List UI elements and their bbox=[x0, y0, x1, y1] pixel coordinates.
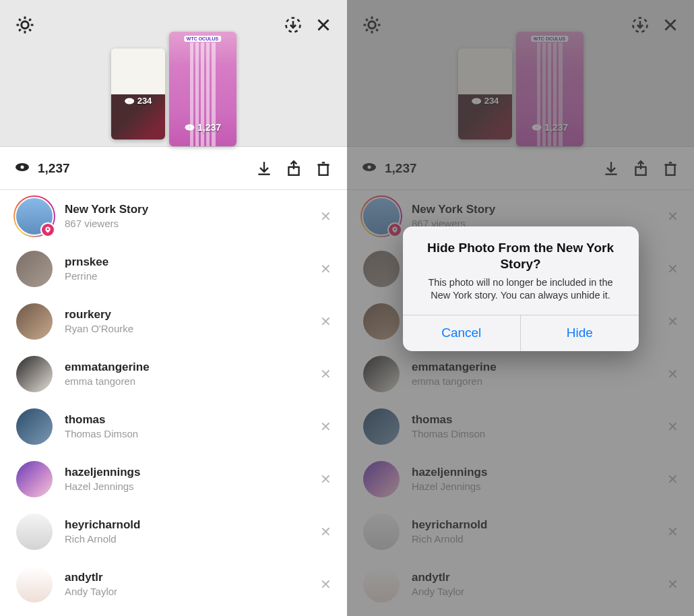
avatar bbox=[15, 355, 54, 394]
hide-viewer-button[interactable]: ✕ bbox=[319, 208, 332, 224]
save-all-button[interactable] bbox=[284, 16, 303, 34]
location-tag: WTC OCULUS bbox=[184, 36, 221, 42]
viewer-row[interactable]: prnskeePerrine✕ bbox=[0, 243, 347, 295]
delete-button[interactable] bbox=[315, 160, 332, 177]
viewer-fullname: Ryan O'Rourke bbox=[65, 323, 308, 335]
viewer-fullname: Andy Taylor bbox=[65, 586, 308, 598]
hide-viewer-button[interactable]: ✕ bbox=[319, 261, 332, 277]
viewer-username: heyricharnold bbox=[65, 518, 308, 532]
hide-viewer-button[interactable]: ✕ bbox=[319, 366, 332, 382]
viewer-fullname: Rich Arnold bbox=[65, 533, 308, 545]
viewer-username: New York Story bbox=[65, 203, 308, 216]
dialog-title: Hide Photo From the New York Story? bbox=[403, 226, 639, 275]
view-count: 1,237 bbox=[38, 161, 70, 176]
screen-hide-dialog: 234 WTC OCULUS 1,237 1,237 bbox=[347, 0, 694, 616]
viewer-username: hazeljennings bbox=[65, 466, 308, 479]
settings-button[interactable] bbox=[15, 15, 35, 35]
viewer-username: rourkery bbox=[65, 308, 308, 321]
avatar bbox=[15, 460, 54, 499]
story-thumbnails: 234 WTC OCULUS 1,237 bbox=[111, 32, 236, 146]
viewer-row[interactable]: thomasThomas Dimson✕ bbox=[0, 400, 347, 453]
viewer-fullname: emma tangoren bbox=[65, 375, 308, 388]
avatar bbox=[15, 302, 54, 341]
story-header: 234 WTC OCULUS 1,237 bbox=[0, 0, 347, 147]
viewer-username: prnskee bbox=[65, 255, 308, 269]
story-thumb-2-selected[interactable]: WTC OCULUS 1,237 bbox=[169, 32, 236, 146]
avatar bbox=[15, 197, 54, 236]
viewer-fullname: 867 viewers bbox=[65, 218, 308, 230]
download-button[interactable] bbox=[255, 160, 273, 177]
viewer-row[interactable]: New York Story867 viewers✕ bbox=[0, 190, 347, 243]
thumb-view-count: 234 bbox=[124, 96, 152, 106]
hide-viewer-button[interactable]: ✕ bbox=[319, 419, 332, 435]
hide-viewer-button[interactable]: ✕ bbox=[319, 524, 332, 540]
viewer-username: thomas bbox=[65, 413, 308, 427]
avatar bbox=[15, 565, 54, 604]
location-badge-icon bbox=[40, 222, 55, 237]
viewer-row[interactable]: rourkeryRyan O'Rourke✕ bbox=[0, 295, 347, 348]
viewer-fullname: Hazel Jennings bbox=[65, 481, 308, 493]
viewer-row[interactable]: justinaguilarJustin Aguilar✕ bbox=[0, 611, 347, 616]
viewer-username: andytlr bbox=[65, 571, 308, 584]
story-thumb-1[interactable]: 234 bbox=[111, 49, 165, 140]
hide-viewer-button[interactable]: ✕ bbox=[319, 576, 332, 592]
dialog-confirm-button[interactable]: Hide bbox=[520, 315, 639, 351]
viewer-row[interactable]: emmatangerineemma tangoren✕ bbox=[0, 348, 347, 400]
avatar bbox=[15, 249, 54, 288]
thumb-view-count: 1,237 bbox=[184, 122, 221, 133]
hide-viewer-button[interactable]: ✕ bbox=[319, 313, 332, 330]
dialog-cancel-button[interactable]: Cancel bbox=[403, 315, 521, 351]
avatar bbox=[15, 512, 54, 551]
viewer-row[interactable]: heyricharnoldRich Arnold✕ bbox=[0, 505, 347, 558]
hide-viewer-button[interactable]: ✕ bbox=[319, 471, 332, 487]
viewer-row[interactable]: andytlrAndy Taylor✕ bbox=[0, 558, 347, 611]
viewer-toolbar: 1,237 bbox=[0, 147, 347, 190]
avatar bbox=[15, 407, 54, 446]
screen-viewers: 234 WTC OCULUS 1,237 1,237 bbox=[0, 0, 347, 616]
viewer-row[interactable]: hazeljenningsHazel Jennings✕ bbox=[0, 453, 347, 505]
viewer-list: New York Story867 viewers✕prnskeePerrine… bbox=[0, 190, 347, 616]
viewer-fullname: Perrine bbox=[65, 270, 308, 282]
viewer-username: emmatangerine bbox=[65, 361, 308, 374]
dialog-body: This photo will no longer be included in… bbox=[403, 275, 639, 315]
hide-photo-dialog: Hide Photo From the New York Story? This… bbox=[403, 226, 639, 351]
eye-icon bbox=[15, 162, 30, 175]
share-button[interactable] bbox=[285, 160, 303, 177]
viewer-fullname: Thomas Dimson bbox=[65, 428, 308, 440]
close-button[interactable] bbox=[315, 16, 332, 34]
